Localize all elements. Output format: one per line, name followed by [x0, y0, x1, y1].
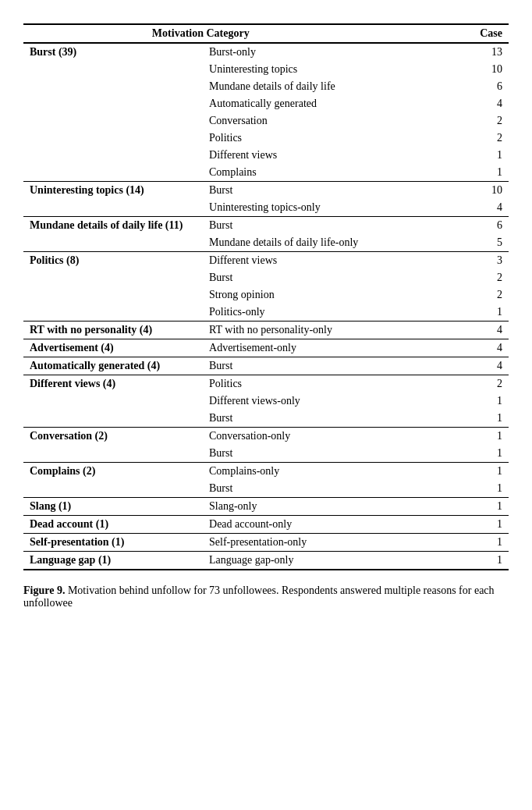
figure-caption: Figure 9. Motivation behind unfollow for… — [23, 584, 509, 609]
table-row: RT with no personality (4)RT with no per… — [23, 322, 509, 339]
motivation-cell: Automatically generated — [203, 95, 378, 112]
motivation-cell: Different views — [203, 147, 378, 164]
motivation-cell: Dead account-only — [203, 516, 378, 534]
table-row: Politics (8)Different views3 — [23, 252, 509, 270]
case-cell: 1 — [378, 445, 509, 463]
category-cell: Automatically generated (4) — [23, 357, 203, 375]
motivation-cell: Burst-only — [203, 43, 378, 61]
category-cell: Dead account (1) — [23, 516, 203, 534]
motivation-cell: Mundane details of daily life-only — [203, 234, 378, 252]
page-container: Motivation Category Case Burst (39)Burst… — [16, 16, 516, 617]
motivation-cell: Conversation-only — [203, 428, 378, 446]
motivation-cell: Burst — [203, 357, 378, 375]
case-cell: 5 — [378, 234, 509, 252]
motivation-cell: Different views — [203, 252, 378, 270]
motivation-cell: Mundane details of daily life — [203, 78, 378, 95]
motivation-cell: Complains-only — [203, 463, 378, 481]
motivation-cell: Burst — [203, 182, 378, 200]
motivation-cell: Burst — [203, 480, 378, 498]
case-cell: 1 — [378, 428, 509, 446]
header-case: Case — [378, 24, 509, 43]
table-row: Self-presentation (1)Self-presentation-o… — [23, 534, 509, 552]
header-motivation-category: Motivation Category — [23, 24, 378, 43]
case-cell: 4 — [378, 95, 509, 112]
case-cell: 6 — [378, 78, 509, 95]
motivation-cell: Complains — [203, 164, 378, 182]
category-cell: RT with no personality (4) — [23, 322, 203, 339]
motivation-cell: Burst — [203, 269, 378, 286]
case-cell: 1 — [378, 480, 509, 498]
case-cell: 1 — [378, 498, 509, 516]
table-row: Mundane details of daily life (11)Burst6 — [23, 217, 509, 235]
table-row: Automatically generated (4)Burst4 — [23, 357, 509, 375]
data-table: Motivation Category Case Burst (39)Burst… — [23, 23, 509, 570]
category-cell: Self-presentation (1) — [23, 534, 203, 552]
case-cell: 1 — [378, 516, 509, 534]
category-cell: Politics (8) — [23, 252, 203, 322]
category-cell: Different views (4) — [23, 375, 203, 428]
caption-text: Motivation behind unfollow for 73 unfoll… — [23, 584, 495, 609]
table-row: Different views (4)Politics2 — [23, 375, 509, 393]
motivation-cell: RT with no personality-only — [203, 322, 378, 339]
case-cell: 1 — [378, 147, 509, 164]
case-cell: 10 — [378, 182, 509, 200]
table-row: Slang (1)Slang-only1 — [23, 498, 509, 516]
case-cell: 1 — [378, 304, 509, 322]
case-cell: 1 — [378, 393, 509, 410]
motivation-cell: Conversation — [203, 112, 378, 130]
motivation-cell: Different views-only — [203, 393, 378, 410]
case-cell: 2 — [378, 375, 509, 393]
case-cell: 1 — [378, 164, 509, 182]
case-cell: 4 — [378, 199, 509, 217]
case-cell: 13 — [378, 43, 509, 61]
category-cell: Complains (2) — [23, 463, 203, 498]
category-cell: Advertisement (4) — [23, 339, 203, 357]
case-cell: 1 — [378, 552, 509, 570]
table-row: Complains (2)Complains-only1 — [23, 463, 509, 481]
case-cell: 2 — [378, 269, 509, 286]
category-cell: Mundane details of daily life (11) — [23, 217, 203, 252]
motivation-cell: Politics-only — [203, 304, 378, 322]
motivation-cell: Uninteresting topics-only — [203, 199, 378, 217]
motivation-cell: Burst — [203, 217, 378, 235]
category-cell: Uninteresting topics (14) — [23, 182, 203, 217]
table-row: Uninteresting topics (14)Burst10 — [23, 182, 509, 200]
motivation-cell: Language gap-only — [203, 552, 378, 570]
case-cell: 1 — [378, 463, 509, 481]
category-cell: Language gap (1) — [23, 552, 203, 570]
motivation-cell: Burst — [203, 410, 378, 428]
table-row: Conversation (2)Conversation-only1 — [23, 428, 509, 446]
case-cell: 4 — [378, 357, 509, 375]
case-cell: 2 — [378, 130, 509, 147]
motivation-cell: Self-presentation-only — [203, 534, 378, 552]
case-cell: 2 — [378, 286, 509, 304]
motivation-cell: Advertisement-only — [203, 339, 378, 357]
table-row: Advertisement (4)Advertisement-only4 — [23, 339, 509, 357]
case-cell: 3 — [378, 252, 509, 270]
case-cell: 1 — [378, 410, 509, 428]
category-cell: Burst (39) — [23, 43, 203, 182]
table-header-row: Motivation Category Case — [23, 24, 509, 43]
case-cell: 4 — [378, 339, 509, 357]
case-cell: 10 — [378, 61, 509, 78]
category-cell: Conversation (2) — [23, 428, 203, 463]
motivation-cell: Slang-only — [203, 498, 378, 516]
case-cell: 4 — [378, 322, 509, 339]
motivation-cell: Strong opinion — [203, 286, 378, 304]
table-row: Burst (39)Burst-only13 — [23, 43, 509, 61]
table-row: Language gap (1)Language gap-only1 — [23, 552, 509, 570]
case-cell: 1 — [378, 534, 509, 552]
motivation-cell: Politics — [203, 130, 378, 147]
motivation-cell: Burst — [203, 445, 378, 463]
motivation-cell: Uninteresting topics — [203, 61, 378, 78]
case-cell: 6 — [378, 217, 509, 235]
caption-label: Figure 9. — [23, 584, 65, 596]
case-cell: 2 — [378, 112, 509, 130]
motivation-cell: Politics — [203, 375, 378, 393]
table-row: Dead account (1)Dead account-only1 — [23, 516, 509, 534]
category-cell: Slang (1) — [23, 498, 203, 516]
